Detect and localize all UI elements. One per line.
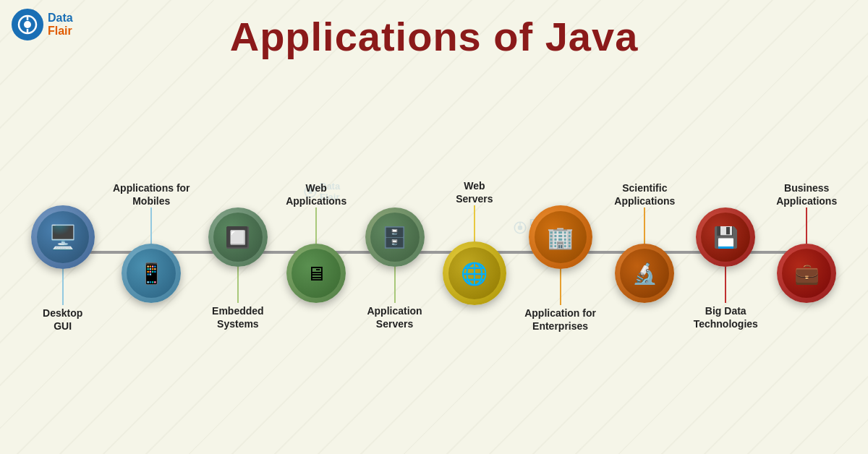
circle-apps-mobiles: 📱 [122,244,181,303]
node-web-servers: WebServers 🌐 [443,168,506,337]
connector-top-web-servers [474,205,475,241]
circle-inner-scientific: 🔬 [620,249,669,298]
label-top-business: BusinessApplications [776,170,837,207]
circle-embedded: 🔲 [208,207,268,267]
circle-inner-big-data: 💾 [701,213,750,262]
label-top-web-servers: WebServers [456,168,493,205]
icon-web-apps: 🖥 [306,262,326,286]
icon-embedded: 🔲 [225,226,250,249]
node-desktop-gui: 🖥️ DesktopGUI [31,168,95,337]
connector-bottom-enterprises [560,269,561,305]
svg-point-1 [24,21,31,28]
node-scientific: ScientificApplications 🔬 [614,170,675,335]
node-web-apps: WebApplications 🖥 [286,170,346,335]
circle-enterprises: 🏢 [529,205,592,269]
node-enterprises: 🏢 Application forEnterprises [524,168,596,337]
label-top-apps-mobiles: Applications forMobiles [113,170,190,207]
icon-big-data: 💾 [713,226,739,249]
main-title: Applications of Java [0,0,868,60]
connector-top-web-apps [315,207,317,244]
node-app-servers: 🗄️ ApplicationServers [365,170,425,335]
connector-top-apps-mobiles [150,207,152,244]
connector-bottom-big-data [725,267,726,303]
label-bottom-app-servers: ApplicationServers [367,303,422,335]
circle-web-apps: 🖥 [286,244,346,303]
icon-desktop-gui: 🖥️ [48,223,77,251]
circle-inner-web-servers: 🌐 [448,247,501,299]
icon-business: 💼 [794,262,820,286]
page-container: Data Flair Applications of Java DataFlai… [0,0,868,454]
icon-scientific: 🔬 [632,262,658,286]
node-apps-mobiles: Applications forMobiles 📱 [113,170,190,335]
label-bottom-big-data: Big DataTechnologies [694,303,758,335]
circle-app-servers: 🗄️ [365,207,425,267]
icon-app-servers: 🗄️ [382,226,407,249]
circle-scientific: 🔬 [615,244,674,303]
circle-web-servers: 🌐 [443,241,506,305]
connector-bottom-app-servers [394,267,396,303]
circle-business: 💼 [777,244,836,303]
label-top-scientific: ScientificApplications [614,170,675,207]
icon-web-servers: 🌐 [461,261,488,286]
circle-inner-web-apps: 🖥 [292,249,341,298]
logo: Data Flair [12,9,73,40]
circle-inner-apps-mobiles: 📱 [127,249,176,298]
connector-bottom-desktop-gui [62,269,64,305]
icon-enterprises: 🏢 [547,225,574,250]
circle-inner-app-servers: 🗄️ [370,213,420,262]
circle-big-data: 💾 [696,207,755,267]
icon-apps-mobiles: 📱 [139,262,164,286]
node-embedded: 🔲 EmbeddedSystems [208,170,268,335]
label-top-web-apps: WebApplications [286,170,346,207]
label-bottom-desktop-gui: DesktopGUI [43,305,82,337]
logo-data: Data [48,12,73,25]
circle-desktop-gui: 🖥️ [31,205,95,269]
circle-inner-desktop-gui: 🖥️ [37,211,89,263]
circle-inner-embedded: 🔲 [213,213,263,262]
logo-icon [12,9,43,40]
circle-inner-enterprises: 🏢 [535,211,587,263]
logo-flair: Flair [48,25,73,38]
node-big-data: 💾 Big DataTechnologies [694,170,758,335]
label-bottom-embedded: EmbeddedSystems [212,303,264,335]
connector-bottom-embedded [237,267,239,303]
node-business: BusinessApplications 💼 [776,170,837,335]
label-bottom-enterprises: Application forEnterprises [524,305,596,337]
logo-text: Data Flair [48,12,73,37]
connector-top-scientific [644,207,645,244]
connector-top-business [806,207,807,244]
circle-inner-business: 💼 [782,249,831,298]
timeline: 🖥️ DesktopGUI Applications forMobiles 📱 [22,80,846,425]
